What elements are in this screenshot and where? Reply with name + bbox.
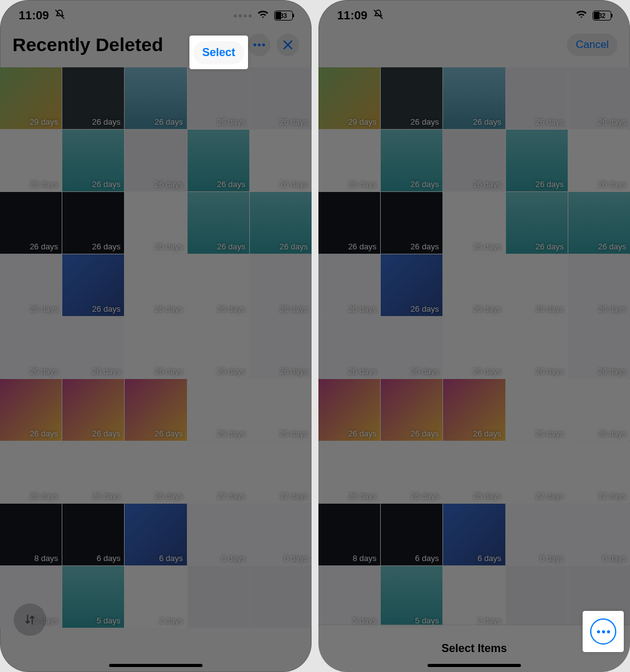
selection-title: Select Items	[441, 642, 507, 655]
photo-thumbnail[interactable]: 2 days	[125, 566, 186, 628]
photo-thumbnail[interactable]: 26 days	[568, 317, 630, 378]
photo-thumbnail[interactable]: 26 days	[443, 130, 505, 191]
photo-thumbnail[interactable]: 6 days	[62, 504, 124, 565]
photo-thumbnail[interactable]: 26 days	[125, 254, 186, 316]
photo-thumbnail[interactable]: 26 days	[568, 192, 630, 254]
photo-thumbnail[interactable]: 26 days	[125, 192, 186, 254]
photo-thumbnail[interactable]: 26 days	[188, 254, 249, 316]
photo-thumbnail[interactable]: 26 days	[506, 67, 568, 129]
photo-thumbnail[interactable]: 26 days	[318, 317, 380, 378]
photo-thumbnail[interactable]: 8 days	[0, 504, 62, 565]
photo-thumbnail[interactable]: 6 days	[381, 504, 442, 565]
photo-thumbnail[interactable]: 6 days	[125, 504, 186, 565]
photo-thumbnail[interactable]: 26 days	[381, 67, 442, 129]
photo-thumbnail[interactable]: 12 days	[250, 441, 312, 503]
photo-thumbnail[interactable]: 26 days	[381, 192, 442, 254]
photo-thumbnail[interactable]: 26 days	[318, 254, 380, 316]
photo-thumbnail[interactable]: 26 days	[318, 379, 380, 441]
photo-grid[interactable]: 29 days26 days26 days26 days26 days26 da…	[0, 67, 312, 672]
photo-thumbnail[interactable]: 26 days	[188, 130, 249, 191]
photo-thumbnail[interactable]: 29 days	[318, 67, 380, 129]
photo-thumbnail[interactable]: 26 days	[188, 379, 249, 441]
photo-thumbnail[interactable]: 26 days	[443, 379, 505, 441]
photo-thumbnail[interactable]: 26 days	[0, 379, 62, 441]
photo-thumbnail[interactable]: 26 days	[62, 254, 124, 316]
photo-thumbnail[interactable]: 26 days	[125, 67, 186, 129]
home-indicator[interactable]	[109, 664, 203, 667]
photo-thumbnail[interactable]: 26 days	[568, 67, 630, 129]
photo-thumbnail[interactable]: 8 days	[318, 504, 380, 565]
photo-thumbnail[interactable]: 26 days	[381, 254, 442, 316]
photo-thumbnail[interactable]: 26 days	[62, 379, 124, 441]
photo-thumbnail[interactable]: 26 days	[381, 130, 442, 191]
photo-thumbnail[interactable]: 26 days	[506, 317, 568, 378]
photo-thumbnail[interactable]: 6 days	[250, 504, 312, 565]
photo-thumbnail[interactable]: 26 days	[568, 130, 630, 191]
photo-thumbnail[interactable]: 5 days	[381, 566, 442, 628]
photo-thumbnail[interactable]: 26 days	[443, 192, 505, 254]
sort-fab[interactable]	[14, 603, 46, 636]
photo-thumbnail[interactable]: 26 days	[250, 130, 312, 191]
photo-thumbnail[interactable]: 26 days	[0, 130, 62, 191]
select-button[interactable]: Select	[193, 41, 244, 64]
photo-thumbnail[interactable]: 26 days	[381, 379, 442, 441]
photo-thumbnail[interactable]: 26 days	[443, 441, 505, 503]
photo-thumbnail[interactable]: 26 days	[250, 67, 312, 129]
photo-thumbnail[interactable]: 26 days	[568, 379, 630, 441]
photo-thumbnail[interactable]: 5 days	[318, 566, 380, 628]
photo-thumbnail[interactable]: 26 days	[506, 379, 568, 441]
days-remaining-label: 26 days	[217, 242, 246, 251]
photo-thumbnail[interactable]: 12 days	[568, 441, 630, 503]
photo-thumbnail[interactable]	[188, 566, 249, 628]
photo-thumbnail[interactable]: 2 days	[443, 566, 505, 628]
photo-thumbnail[interactable]: 26 days	[62, 130, 124, 191]
photo-thumbnail[interactable]	[250, 566, 312, 628]
photo-thumbnail[interactable]: 26 days	[381, 441, 442, 503]
photo-thumbnail[interactable]: 26 days	[506, 192, 568, 254]
photo-thumbnail[interactable]: 26 days	[62, 192, 124, 254]
photo-grid[interactable]: 29 days26 days26 days26 days26 days26 da…	[318, 67, 630, 672]
photo-thumbnail[interactable]: 26 days	[250, 379, 312, 441]
photo-thumbnail[interactable]: 26 days	[0, 192, 62, 254]
photo-thumbnail[interactable]: 26 days	[125, 379, 186, 441]
photo-thumbnail[interactable]: 22 days	[188, 441, 249, 503]
photo-thumbnail[interactable]: 26 days	[0, 254, 62, 316]
photo-thumbnail[interactable]: 26 days	[125, 130, 186, 191]
cancel-button[interactable]: Cancel	[567, 34, 618, 56]
photo-thumbnail[interactable]: 6 days	[568, 504, 630, 565]
photo-thumbnail[interactable]: 26 days	[318, 130, 380, 191]
photo-thumbnail[interactable]: 6 days	[443, 504, 505, 565]
photo-thumbnail[interactable]: 26 days	[250, 192, 312, 254]
more-button[interactable]	[248, 34, 270, 56]
photo-thumbnail[interactable]: 26 days	[62, 317, 124, 378]
photo-thumbnail[interactable]: 26 days	[188, 317, 249, 378]
photo-thumbnail[interactable]: 26 days	[62, 67, 124, 129]
close-button[interactable]	[277, 34, 299, 56]
photo-thumbnail[interactable]	[506, 566, 568, 628]
photo-thumbnail[interactable]: 26 days	[62, 441, 124, 503]
photo-thumbnail[interactable]: 26 days	[381, 317, 442, 378]
photo-thumbnail[interactable]: 26 days	[506, 130, 568, 191]
more-options-button[interactable]	[590, 618, 616, 645]
photo-thumbnail[interactable]: 26 days	[188, 67, 249, 129]
photo-thumbnail[interactable]: 26 days	[0, 317, 62, 378]
photo-thumbnail[interactable]: 26 days	[443, 254, 505, 316]
photo-thumbnail[interactable]: 29 days	[0, 67, 62, 129]
photo-thumbnail[interactable]: 26 days	[0, 441, 62, 503]
photo-thumbnail[interactable]: 26 days	[125, 441, 186, 503]
photo-thumbnail[interactable]: 26 days	[568, 254, 630, 316]
photo-thumbnail[interactable]: 26 days	[443, 67, 505, 129]
photo-thumbnail[interactable]: 5 days	[62, 566, 124, 628]
photo-thumbnail[interactable]: 26 days	[188, 192, 249, 254]
photo-thumbnail[interactable]: 6 days	[188, 504, 249, 565]
photo-thumbnail[interactable]: 26 days	[318, 441, 380, 503]
photo-thumbnail[interactable]: 6 days	[506, 504, 568, 565]
photo-thumbnail[interactable]: 26 days	[506, 254, 568, 316]
home-indicator[interactable]	[427, 664, 521, 667]
photo-thumbnail[interactable]: 26 days	[125, 317, 186, 378]
photo-thumbnail[interactable]: 26 days	[250, 317, 312, 378]
photo-thumbnail[interactable]: 26 days	[250, 254, 312, 316]
photo-thumbnail[interactable]: 26 days	[443, 317, 505, 378]
photo-thumbnail[interactable]: 22 days	[506, 441, 568, 503]
photo-thumbnail[interactable]: 26 days	[318, 192, 380, 254]
